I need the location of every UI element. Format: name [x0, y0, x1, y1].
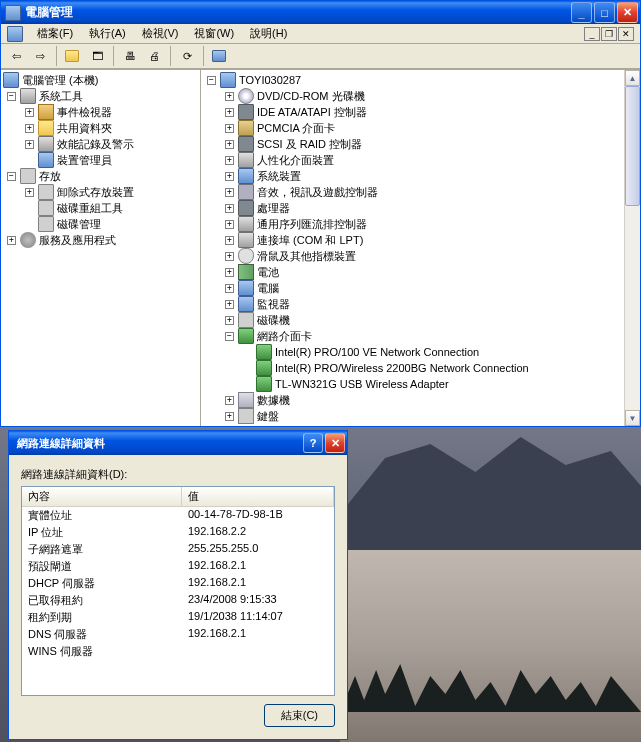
collapse-icon[interactable]: −: [7, 172, 16, 181]
scroll-thumb[interactable]: [625, 86, 640, 206]
menu-help[interactable]: 說明(H): [242, 24, 295, 43]
back-button[interactable]: ⇦: [5, 45, 27, 67]
collapse-icon[interactable]: −: [225, 332, 234, 341]
device-tree-item[interactable]: +監視器: [203, 296, 638, 312]
device-tree-item[interactable]: +數據機: [203, 392, 638, 408]
device-tree-item[interactable]: +通用序列匯流排控制器: [203, 216, 638, 232]
expand-icon[interactable]: +: [25, 124, 34, 133]
expand-icon[interactable]: +: [225, 140, 234, 149]
detail-row[interactable]: 實體位址00-14-78-7D-98-1B: [22, 507, 334, 524]
expand-icon[interactable]: +: [225, 396, 234, 405]
tree-storage[interactable]: −存放: [3, 168, 198, 184]
device-tree-item[interactable]: −網路介面卡: [203, 328, 638, 344]
device-tree-item[interactable]: +電池: [203, 264, 638, 280]
right-tree-pane[interactable]: −TOYI030287+DVD/CD-ROM 光碟機+IDE ATA/ATAPI…: [201, 70, 640, 426]
scroll-up-button[interactable]: ▲: [625, 70, 640, 86]
expand-icon[interactable]: +: [225, 316, 234, 325]
close-button[interactable]: ✕: [617, 2, 638, 23]
mdi-close-button[interactable]: ✕: [618, 27, 634, 41]
device-tree-item[interactable]: +磁碟機: [203, 312, 638, 328]
mdi-restore-button[interactable]: ❐: [601, 27, 617, 41]
collapse-icon[interactable]: −: [7, 92, 16, 101]
menu-view[interactable]: 檢視(V): [134, 24, 187, 43]
device-tree-item[interactable]: +PCMCIA 介面卡: [203, 120, 638, 136]
detail-row[interactable]: DNS 伺服器192.168.2.1: [22, 626, 334, 643]
device-tree-item[interactable]: Intel(R) PRO/100 VE Network Connection: [203, 344, 638, 360]
device-tree-item[interactable]: +音效，視訊及遊戲控制器: [203, 184, 638, 200]
detail-row[interactable]: 子網路遮罩255.255.255.0: [22, 541, 334, 558]
expand-icon[interactable]: +: [225, 92, 234, 101]
detail-row[interactable]: 預設閘道192.168.2.1: [22, 558, 334, 575]
tree-defrag[interactable]: 磁碟重組工具: [3, 200, 198, 216]
titlebar[interactable]: 電腦管理 _ □ ✕: [1, 1, 640, 24]
tree-removable-storage[interactable]: +卸除式存放裝置: [3, 184, 198, 200]
tree-shared-folders[interactable]: +共用資料夾: [3, 120, 198, 136]
dialog-close-button[interactable]: ✕: [325, 433, 345, 453]
device-tree-item[interactable]: +處理器: [203, 200, 638, 216]
close-dialog-button[interactable]: 結束(C): [264, 704, 335, 727]
device-tree-item[interactable]: −TOYI030287: [203, 72, 638, 88]
column-header-value[interactable]: 值: [182, 487, 334, 506]
menu-action[interactable]: 執行(A): [81, 24, 134, 43]
tree-system-tools[interactable]: −系統工具: [3, 88, 198, 104]
expand-icon[interactable]: +: [225, 156, 234, 165]
help-button[interactable]: ?: [303, 433, 323, 453]
device-tree-item[interactable]: +SCSI 及 RAID 控制器: [203, 136, 638, 152]
expand-icon[interactable]: +: [225, 204, 234, 213]
expand-icon[interactable]: +: [225, 268, 234, 277]
detail-row[interactable]: WINS 伺服器: [22, 643, 334, 660]
expand-icon[interactable]: +: [225, 236, 234, 245]
device-tree-item[interactable]: +DVD/CD-ROM 光碟機: [203, 88, 638, 104]
print-button[interactable]: 🖶: [119, 45, 141, 67]
minimize-button[interactable]: _: [571, 2, 592, 23]
up-button[interactable]: [62, 45, 84, 67]
expand-icon[interactable]: +: [225, 284, 234, 293]
device-tree-item[interactable]: Intel(R) PRO/Wireless 2200BG Network Con…: [203, 360, 638, 376]
tree-services-apps[interactable]: +服務及應用程式: [3, 232, 198, 248]
device-tree-item[interactable]: +系統裝置: [203, 168, 638, 184]
dialog-titlebar[interactable]: 網路連線詳細資料 ? ✕: [9, 431, 347, 455]
menu-window[interactable]: 視窗(W): [186, 24, 242, 43]
expand-icon[interactable]: +: [25, 108, 34, 117]
expand-icon[interactable]: +: [225, 188, 234, 197]
expand-icon[interactable]: +: [225, 108, 234, 117]
device-tree-item[interactable]: +鍵盤: [203, 408, 638, 424]
collapse-icon[interactable]: −: [207, 76, 216, 85]
device-tree-item[interactable]: +連接埠 (COM 和 LPT): [203, 232, 638, 248]
scroll-down-button[interactable]: ▼: [625, 410, 640, 426]
forward-button[interactable]: ⇨: [29, 45, 51, 67]
expand-icon[interactable]: +: [225, 220, 234, 229]
export-button[interactable]: 🖨: [143, 45, 165, 67]
tree-device-manager[interactable]: 裝置管理員: [3, 152, 198, 168]
expand-icon[interactable]: +: [225, 252, 234, 261]
detail-row[interactable]: 租約到期19/1/2038 11:14:07: [22, 609, 334, 626]
vertical-scrollbar[interactable]: ▲ ▼: [624, 70, 640, 426]
scan-hardware-button[interactable]: [209, 45, 231, 67]
refresh-button[interactable]: ⟳: [176, 45, 198, 67]
device-tree-item[interactable]: TL-WN321G USB Wireless Adapter: [203, 376, 638, 392]
device-tree-item[interactable]: +IDE ATA/ATAPI 控制器: [203, 104, 638, 120]
expand-icon[interactable]: +: [25, 188, 34, 197]
maximize-button[interactable]: □: [594, 2, 615, 23]
expand-icon[interactable]: +: [7, 236, 16, 245]
mdi-minimize-button[interactable]: _: [584, 27, 600, 41]
expand-icon[interactable]: +: [25, 140, 34, 149]
expand-icon[interactable]: +: [225, 124, 234, 133]
expand-icon[interactable]: +: [225, 300, 234, 309]
menu-file[interactable]: 檔案(F): [29, 24, 81, 43]
left-tree-pane[interactable]: 電腦管理 (本機) −系統工具 +事件檢視器 +共用資料夾 +效能記錄及警示 裝…: [1, 70, 201, 426]
tree-event-viewer[interactable]: +事件檢視器: [3, 104, 198, 120]
device-tree-item[interactable]: +滑鼠及其他指標裝置: [203, 248, 638, 264]
detail-row[interactable]: 已取得租約23/4/2008 9:15:33: [22, 592, 334, 609]
detail-row[interactable]: IP 位址192.168.2.2: [22, 524, 334, 541]
detail-row[interactable]: DHCP 伺服器192.168.2.1: [22, 575, 334, 592]
expand-icon[interactable]: +: [225, 412, 234, 421]
properties-button[interactable]: 🗔: [86, 45, 108, 67]
expand-icon[interactable]: +: [225, 172, 234, 181]
device-tree-item[interactable]: +電腦: [203, 280, 638, 296]
tree-root-local[interactable]: 電腦管理 (本機): [3, 72, 198, 88]
tree-perf-logs[interactable]: +效能記錄及警示: [3, 136, 198, 152]
details-listview[interactable]: 內容 值 實體位址00-14-78-7D-98-1BIP 位址192.168.2…: [21, 486, 335, 696]
tree-disk-management[interactable]: 磁碟管理: [3, 216, 198, 232]
device-tree-item[interactable]: +人性化介面裝置: [203, 152, 638, 168]
